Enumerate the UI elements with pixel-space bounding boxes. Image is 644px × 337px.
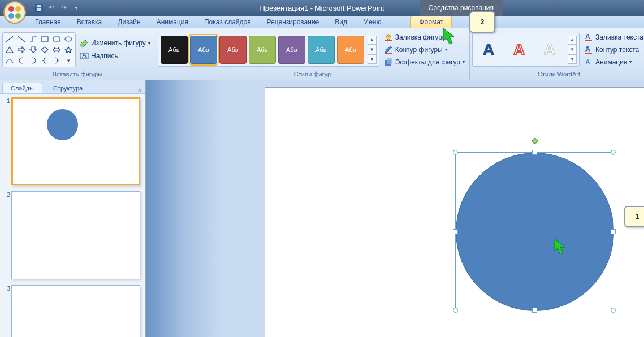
resize-handle[interactable]: [453, 308, 458, 313]
svg-marker-15: [41, 47, 48, 53]
wordart-swatch[interactable]: А: [475, 36, 502, 64]
text-fill-button[interactable]: A Заливка текста: [582, 32, 644, 43]
text-animation-button[interactable]: A Анимация ▾: [582, 57, 644, 68]
resize-handle[interactable]: [611, 229, 616, 234]
style-swatch[interactable]: Абв: [308, 36, 335, 64]
style-swatch[interactable]: Абв: [161, 36, 188, 64]
shape-connector-icon[interactable]: [28, 34, 39, 44]
canvas-area[interactable]: 1: [146, 80, 644, 337]
svg-marker-16: [53, 47, 60, 52]
style-swatch[interactable]: Абв: [249, 36, 276, 64]
shape-styles-gallery[interactable]: Абв Абв Абв Абв Абв Абв Абв ▲ ▼ ▾: [158, 33, 379, 67]
gallery-more-icon[interactable]: ▾: [368, 54, 377, 64]
pane-tabs: Слайды Структура ×: [0, 80, 145, 94]
resize-handle[interactable]: [453, 150, 458, 155]
resize-handle[interactable]: [532, 308, 537, 313]
gallery-down-icon[interactable]: ▼: [368, 45, 377, 54]
wordart-swatch[interactable]: А: [536, 36, 563, 64]
tab-design[interactable]: Дизайн: [110, 16, 148, 28]
gallery-up-icon[interactable]: ▲: [368, 36, 377, 45]
gallery-down-icon[interactable]: ▼: [568, 45, 577, 54]
textbox-icon: A: [80, 51, 89, 61]
style-swatch[interactable]: Абв: [219, 36, 247, 64]
slide-thumbnail[interactable]: [11, 285, 140, 337]
redo-icon[interactable]: ↷: [59, 3, 69, 13]
shape-gallery[interactable]: ▾: [2, 32, 76, 67]
office-button[interactable]: [3, 1, 26, 24]
shape-arrow-d-icon[interactable]: [28, 45, 39, 55]
shape-curve-icon[interactable]: [4, 55, 15, 66]
save-icon[interactable]: [34, 3, 44, 13]
slide-thumbnail[interactable]: [11, 97, 140, 185]
thumb-row[interactable]: 2: [3, 191, 141, 279]
svg-rect-21: [385, 40, 392, 41]
edit-shape-button[interactable]: Изменить фигуру ▾: [77, 37, 153, 49]
shape-rect-icon[interactable]: [40, 34, 51, 44]
style-swatch[interactable]: Абв: [278, 36, 305, 64]
shape-line-icon[interactable]: [4, 34, 15, 44]
oval-shape[interactable]: [456, 153, 614, 311]
shape-bracket1-icon[interactable]: [16, 55, 27, 66]
resize-handle[interactable]: [611, 150, 616, 155]
shape-outline-label: Контур фигуры: [395, 46, 443, 54]
tab-slideshow[interactable]: Показ слайдов: [196, 16, 259, 28]
slide-canvas[interactable]: [265, 87, 644, 337]
shape-star-icon[interactable]: [63, 45, 74, 55]
svg-text:A: A: [585, 33, 590, 41]
pane-tab-outline[interactable]: Структура: [45, 83, 91, 93]
shape-oval-icon[interactable]: [63, 34, 74, 44]
svg-text:A: A: [82, 51, 87, 59]
resize-handle[interactable]: [453, 229, 458, 234]
tab-animation[interactable]: Анимация: [149, 16, 196, 28]
shape-arrow-lr-icon[interactable]: [51, 45, 62, 55]
tab-home[interactable]: Главная: [27, 16, 69, 28]
slides-pane: Слайды Структура × 1 2 3: [0, 80, 146, 337]
svg-text:A: A: [585, 45, 590, 53]
quick-access-toolbar: ↶ ↷ ▼: [34, 3, 81, 13]
svg-rect-28: [585, 53, 592, 54]
style-swatch[interactable]: Абв: [190, 36, 217, 64]
thumb-number: 1: [3, 97, 11, 185]
selection-box[interactable]: [455, 152, 613, 310]
qat-dropdown-icon[interactable]: ▼: [71, 3, 81, 13]
shape-bracket2-icon[interactable]: [28, 55, 39, 66]
slide-thumbnail[interactable]: [11, 191, 140, 279]
shape-roundrect-icon[interactable]: [51, 34, 62, 44]
tab-review[interactable]: Рецензирование: [259, 16, 327, 28]
text-outline-button[interactable]: A Контур текста: [582, 44, 644, 55]
tab-format[interactable]: Формат: [410, 16, 452, 28]
shape-more-icon[interactable]: ▾: [63, 55, 74, 66]
close-pane-icon[interactable]: ×: [138, 87, 141, 93]
tab-menu[interactable]: Меню: [355, 16, 389, 28]
resize-handle[interactable]: [611, 308, 616, 313]
shape-triangle-icon[interactable]: [4, 45, 15, 55]
gallery-up-icon[interactable]: ▲: [568, 36, 577, 45]
dropdown-icon: ▾: [148, 41, 150, 46]
shape-arrow-r-icon[interactable]: [16, 45, 27, 55]
rotate-handle[interactable]: [532, 138, 538, 144]
shape-effects-button[interactable]: Эффекты для фигур ▾: [382, 57, 467, 68]
shape-line2-icon[interactable]: [16, 34, 27, 44]
pen-icon: [384, 45, 393, 54]
textbox-button[interactable]: A Надпись: [77, 50, 153, 62]
text-outline-icon: A: [584, 45, 593, 54]
svg-rect-26: [585, 40, 592, 41]
shape-brace1-icon[interactable]: [40, 55, 51, 66]
wordart-swatch[interactable]: А: [505, 36, 533, 64]
wordart-gallery[interactable]: А А А ▲ ▼ ▾: [472, 33, 580, 67]
pane-tab-slides[interactable]: Слайды: [2, 83, 42, 93]
svg-marker-30: [554, 239, 565, 254]
resize-handle[interactable]: [532, 150, 537, 155]
style-swatch[interactable]: Абв: [337, 36, 364, 64]
tab-view[interactable]: Вид: [327, 16, 355, 28]
shape-diamond-icon[interactable]: [40, 45, 51, 55]
shape-brace2-icon[interactable]: [51, 55, 62, 66]
thumb-row[interactable]: 1: [3, 97, 141, 185]
tab-insert[interactable]: Вставка: [69, 16, 110, 28]
group-wordart-styles: А А А ▲ ▼ ▾ A Заливка текста A Контур те…: [470, 28, 644, 80]
undo-icon[interactable]: ↶: [46, 3, 57, 13]
gallery-more-icon[interactable]: ▾: [568, 54, 577, 64]
thumb-row[interactable]: 3: [3, 285, 141, 337]
gallery-scroll: ▲ ▼ ▾: [368, 36, 377, 64]
shape-outline-button[interactable]: Контур фигуры ▾: [382, 44, 467, 55]
